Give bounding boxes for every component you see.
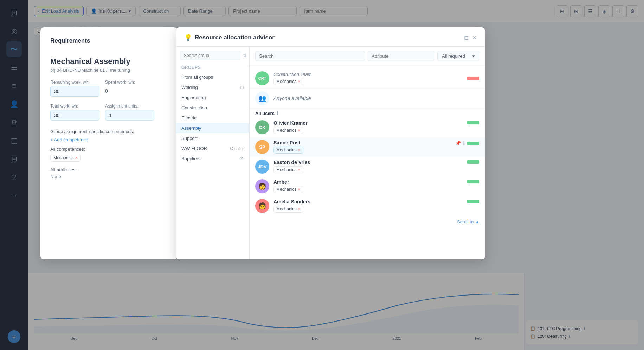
easton-tag-label: Mechanics [276,167,296,172]
amelia-name: Amelia Sanders [273,199,463,205]
easton-avatar: JDV [255,160,269,174]
add-competence-button[interactable]: + Add competence [50,137,88,142]
user-item-olivier: OK Olivier Kramer Mechanics ✕ [250,117,485,137]
sanne-avail-bar [467,142,479,145]
ct-tag[interactable]: Mechanics ✕ [273,78,303,85]
olivier-tag-label: Mechanics [276,128,296,133]
all-users-title: All users ℹ [250,109,485,117]
group-item-ww-floor[interactable]: WW FLOOR ⬡ □ ☆ › [176,143,249,154]
info-icon[interactable]: ℹ [277,111,278,116]
scroll-to-label: Scroll to [457,219,474,225]
anyone-name: Anyone available [273,96,311,101]
group-label-support: Support [181,136,198,141]
sanne-tag[interactable]: Mechanics ✕ [273,147,303,154]
ww-star-icon: ☆ [238,146,241,151]
amelia-info: Amelia Sanders Mechanics ✕ [273,199,463,213]
amber-tag[interactable]: Mechanics ✕ [273,186,303,193]
filter-dropdown[interactable]: All required ▾ [437,51,479,61]
attribute-input[interactable] [368,51,434,61]
group-item-from-all[interactable]: From all groups [176,72,249,82]
filter-icon[interactable]: ⊟ [464,34,469,41]
olivier-initials: OK [259,125,266,130]
amber-tag-label: Mechanics [276,187,296,192]
sort-icon[interactable]: ⇅ [243,53,247,58]
amelia-actions [467,199,479,203]
group-item-support[interactable]: Support [176,133,249,143]
req-subtitle: prj 04 BRD-NL/Machine 01 /Fine tuning [50,67,168,73]
spent-work-value: 0 [105,86,135,96]
sanne-initials: SP [259,144,265,150]
group-item-assembly[interactable]: Assembly [176,123,249,133]
total-work-input[interactable] [50,110,99,121]
ct-tag-icon: ✕ [298,80,301,83]
remaining-work-label: Remaining work, wh: [50,80,99,85]
easton-tag-icon: ✕ [298,168,301,171]
users-list: CRT Construction Team Mechanics ✕ [250,66,485,259]
competence-tag[interactable]: Mechanics ✕ [50,154,81,162]
users-search-input[interactable] [255,51,365,61]
amelia-tag[interactable]: Mechanics ✕ [273,206,303,213]
amelia-tag-icon: ✕ [298,207,301,211]
ct-info: Construction Team Mechanics ✕ [273,72,463,85]
amber-avail-bar [467,180,479,183]
amber-info: Amber Mechanics ✕ [273,179,463,193]
attr-label: All attributes: [50,167,168,173]
ww-cube-icon: ⬡ [230,146,233,151]
user-item-amelia: 🧑 Amelia Sanders Mechanics ✕ [250,196,485,216]
sanne-info-icon[interactable]: ℹ [463,141,465,146]
group-item-electric[interactable]: Electric [176,113,249,123]
assignment-units-label: Assignment units: [105,104,154,109]
attr-section: All attributes: None [50,167,168,179]
easton-name: Easton de Vries [273,160,463,165]
ww-box-icon: □ [234,147,237,151]
remaining-work-input[interactable] [50,86,99,97]
remaining-work-group: Remaining work, wh: [50,80,99,97]
groups-search-row: ⇅ [176,51,249,64]
amber-avatar: 🧑 [255,179,269,193]
resource-title-text: Resource allocation advisor [195,34,275,41]
resource-header: 💡 Resource allocation advisor ⊟ ✕ [176,27,485,47]
group-item-suppliers[interactable]: Suppliers ⏱ [176,154,249,164]
resource-title: 💡 Resource allocation advisor [184,34,275,41]
group-item-welding[interactable]: Welding ⬡ [176,82,249,92]
work-fields: Remaining work, wh: Spent work, wh: 0 [50,80,168,102]
competence-tag-remove-icon[interactable]: ✕ [75,156,78,160]
construction-team-row: CRT Construction Team Mechanics ✕ [250,69,485,89]
sanne-avatar: SP [255,140,269,154]
spent-work-group: Spent work, wh: 0 [105,80,135,97]
amelia-avail-bar [467,200,479,203]
group-label-ww-floor: WW FLOOR [181,146,207,151]
chevron-right-icon[interactable]: › [242,147,244,151]
easton-tag[interactable]: Mechanics ✕ [273,166,303,173]
group-item-construction[interactable]: Construction [176,103,249,113]
requirements-dialog: Requirements Mechanical Assembly prj 04 … [40,27,178,259]
all-users-label: All users [255,111,275,116]
attr-value: None [50,174,168,179]
group-item-engineering[interactable]: Engineering [176,92,249,103]
amber-icon: 🧑 [258,182,266,190]
easton-info: Easton de Vries Mechanics ✕ [273,160,463,173]
sanne-info: Sanne Post Mechanics ✕ [273,140,451,154]
olivier-tag-icon: ✕ [298,129,301,132]
group-label-construction: Construction [181,105,207,110]
group-label-assembly: Assembly [181,125,201,131]
close-icon[interactable]: ✕ [472,34,477,41]
group-label-electric: Electric [181,115,197,121]
competence-section: Group assignment-specific competences: +… [50,129,168,147]
ww-floor-icons: ⬡ □ ☆ › [230,146,244,151]
assignment-units-input[interactable] [105,110,154,121]
pin-icon[interactable]: 📌 [455,141,461,146]
total-work-label: Total work, wh: [50,104,99,109]
group-label-engineering: Engineering [181,95,206,100]
ct-avail [467,77,479,80]
group-label-from-all: From all groups [181,74,213,80]
sanne-actions: 📌 ℹ [455,140,479,146]
olivier-info: Olivier Kramer Mechanics ✕ [273,120,463,134]
welding-icon: ⬡ [240,85,244,90]
olivier-tag[interactable]: Mechanics ✕ [273,127,303,134]
olivier-actions [467,120,479,124]
users-search-bar: All required ▾ [250,47,485,66]
scroll-to-button[interactable]: Scroll to ▲ [250,216,485,228]
resource-body: ⇅ Groups From all groups Welding ⬡ Engin… [176,47,485,259]
search-group-input[interactable] [180,51,240,60]
